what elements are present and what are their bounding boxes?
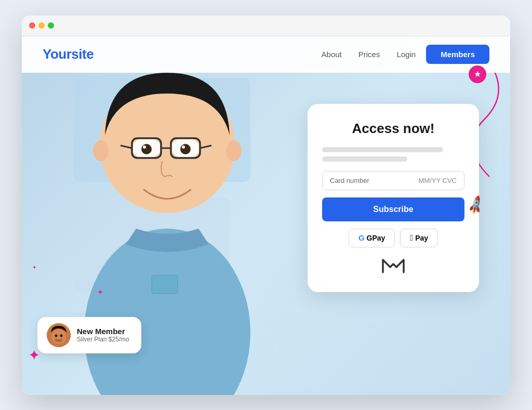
star-decoration: ★ xyxy=(469,65,486,83)
close-dot[interactable] xyxy=(29,22,35,29)
svg-point-19 xyxy=(60,334,63,337)
placeholder-line-2 xyxy=(322,156,407,162)
brand-logo xyxy=(322,256,464,277)
members-button[interactable]: Members xyxy=(426,45,489,64)
browser-window: Yoursite About Prices Login Members ★ Ac… xyxy=(22,16,510,395)
card-number-label: Card number xyxy=(330,177,419,184)
member-info: New Member Silver Plan $25/mo xyxy=(77,327,129,343)
svg-point-2 xyxy=(93,140,109,161)
avatar-image xyxy=(47,323,71,347)
card-expiry-cvc: MM/YY CVC xyxy=(419,177,457,184)
apple-icon:  xyxy=(410,233,413,243)
placeholder-line-1 xyxy=(322,147,443,152)
svg-point-13 xyxy=(143,146,146,149)
subscribe-button[interactable]: Subscribe xyxy=(322,197,464,221)
svg-point-3 xyxy=(226,140,242,161)
page-content: Yoursite About Prices Login Members ★ Ac… xyxy=(22,36,510,395)
card-title: Access now! xyxy=(322,121,464,137)
navbar: Yoursite About Prices Login Members xyxy=(22,36,510,73)
member-avatar xyxy=(47,323,71,347)
logo-text-highlight: site xyxy=(71,46,94,62)
minimize-dot[interactable] xyxy=(38,22,45,29)
gpay-label: GPay xyxy=(367,234,385,242)
nav-login[interactable]: Login xyxy=(396,50,416,59)
card-placeholder-lines xyxy=(322,147,464,162)
card-number-input[interactable]: Card number MM/YY CVC xyxy=(322,171,464,190)
browser-toolbar xyxy=(22,16,510,36)
payment-buttons: G GPay  Pay xyxy=(322,229,464,247)
sparkle-small-1: ✦ xyxy=(97,288,103,296)
svg-point-18 xyxy=(55,334,58,337)
svg-point-14 xyxy=(182,146,185,149)
applepay-label: Pay xyxy=(415,234,428,242)
svg-rect-15 xyxy=(152,275,178,294)
member-name: New Member xyxy=(77,327,129,336)
member-notification: New Member Silver Plan $25/mo xyxy=(37,317,141,353)
nav-prices[interactable]: Prices xyxy=(358,50,380,59)
subscription-card: Access now! Card number MM/YY CVC Subscr… xyxy=(308,104,479,292)
member-plan: Silver Plan $25/mo xyxy=(77,336,129,343)
logo-text-regular: Your xyxy=(43,46,71,62)
svg-point-11 xyxy=(141,144,152,154)
m-logo-icon xyxy=(381,256,406,274)
maximize-dot[interactable] xyxy=(48,22,54,29)
svg-point-12 xyxy=(180,144,191,154)
sparkle-large: ✦ xyxy=(28,347,40,364)
gpay-button[interactable]: G GPay xyxy=(349,229,395,247)
nav-links: About Prices Login xyxy=(322,50,416,59)
sparkle-small-2: ✦ xyxy=(32,264,36,270)
logo: Yoursite xyxy=(43,46,94,62)
applepay-button[interactable]:  Pay xyxy=(400,229,438,247)
nav-about[interactable]: About xyxy=(322,50,342,59)
svg-point-0 xyxy=(84,229,250,395)
gpay-g-icon: G xyxy=(358,233,365,242)
